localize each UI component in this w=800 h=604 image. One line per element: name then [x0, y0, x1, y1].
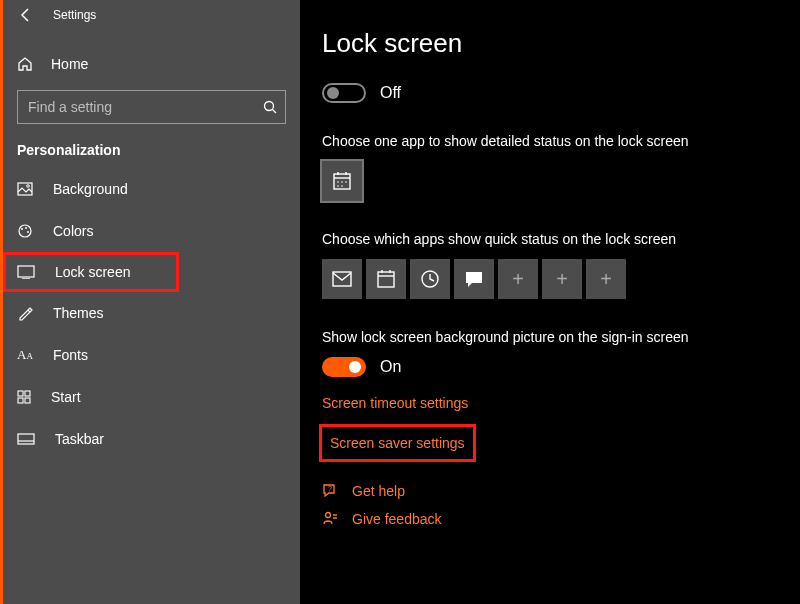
svg-rect-30	[378, 272, 394, 287]
search-input[interactable]: Find a setting	[17, 90, 286, 124]
svg-point-26	[345, 181, 347, 183]
quick-app-add-1[interactable]: +	[498, 259, 538, 299]
svg-point-28	[341, 185, 343, 187]
home-label: Home	[51, 56, 88, 72]
window-title: Settings	[53, 8, 96, 22]
quick-status-label: Choose which apps show quick status on t…	[322, 231, 800, 247]
calendar-icon	[332, 171, 352, 191]
quick-app-clock[interactable]	[410, 259, 450, 299]
accent-edge	[0, 0, 3, 604]
nav-label: Themes	[53, 305, 104, 321]
get-help-link[interactable]: ? Get help	[322, 483, 800, 499]
svg-point-36	[326, 513, 331, 518]
fonts-icon: AA	[17, 347, 33, 363]
taskbar-icon	[17, 433, 35, 445]
svg-point-24	[337, 181, 339, 183]
quick-app-add-2[interactable]: +	[542, 259, 582, 299]
nav-label: Taskbar	[55, 431, 104, 447]
category-header: Personalization	[3, 124, 300, 162]
toggle-1[interactable]	[322, 83, 366, 103]
page-title: Lock screen	[322, 28, 800, 59]
picture-icon	[17, 182, 33, 196]
quick-app-mail[interactable]	[322, 259, 362, 299]
svg-rect-14	[18, 434, 34, 444]
sidebar-item-fonts[interactable]: AA Fonts	[3, 334, 300, 376]
plus-icon: +	[512, 268, 524, 291]
svg-text:?: ?	[328, 485, 332, 492]
toggle-knob	[327, 87, 339, 99]
toggle-1-state: Off	[380, 84, 401, 102]
detailed-app-tile[interactable]	[322, 161, 362, 201]
detailed-status-label: Choose one app to show detailed status o…	[322, 133, 800, 149]
get-help-label: Get help	[352, 483, 405, 499]
palette-icon	[17, 223, 33, 239]
svg-point-5	[21, 228, 23, 230]
svg-rect-2	[18, 183, 32, 195]
svg-rect-11	[25, 391, 30, 396]
sidebar-item-colors[interactable]: Colors	[3, 210, 300, 252]
sidebar-item-start[interactable]: Start	[3, 376, 300, 418]
content-pane: Lock screen Off Choose one app to show d…	[300, 0, 800, 604]
nav-label: Lock screen	[55, 264, 130, 280]
link-screen-timeout[interactable]: Screen timeout settings	[322, 395, 800, 411]
sidebar-item-background[interactable]: Background	[3, 168, 300, 210]
svg-point-0	[265, 102, 274, 111]
feedback-icon	[322, 511, 338, 527]
svg-rect-12	[18, 398, 23, 403]
home-button[interactable]: Home	[3, 46, 300, 82]
give-feedback-link[interactable]: Give feedback	[322, 511, 800, 527]
svg-point-25	[341, 181, 343, 183]
svg-rect-10	[18, 391, 23, 396]
nav-label: Background	[53, 181, 128, 197]
nav-label: Colors	[53, 223, 93, 239]
help-icon: ?	[322, 483, 338, 499]
svg-point-6	[25, 227, 27, 229]
quick-app-calendar[interactable]	[366, 259, 406, 299]
lock-screen-icon	[17, 265, 35, 279]
link-screen-saver[interactable]: Screen saver settings	[322, 427, 473, 459]
svg-point-4	[19, 225, 31, 237]
themes-icon	[17, 305, 33, 321]
sidebar-item-themes[interactable]: Themes	[3, 292, 300, 334]
svg-rect-13	[25, 398, 30, 403]
toggle-knob	[349, 361, 361, 373]
sidebar-item-taskbar[interactable]: Taskbar	[3, 418, 300, 460]
svg-rect-8	[18, 266, 34, 277]
chat-icon	[464, 270, 484, 288]
start-icon	[17, 390, 31, 404]
svg-line-1	[273, 110, 277, 114]
svg-rect-29	[333, 272, 351, 286]
sidebar-item-lock-screen[interactable]: Lock screen	[3, 252, 179, 292]
nav-label: Start	[51, 389, 81, 405]
search-placeholder: Find a setting	[28, 99, 112, 115]
svg-point-7	[27, 231, 29, 233]
sidebar: Home Find a setting Personalization Back…	[3, 0, 300, 604]
search-icon	[263, 100, 277, 114]
svg-point-3	[27, 185, 30, 188]
svg-point-27	[337, 185, 339, 187]
nav-label: Fonts	[53, 347, 88, 363]
plus-icon: +	[556, 268, 568, 291]
nav-list: Background Colors Lock screen Themes AA …	[3, 168, 300, 460]
quick-app-add-3[interactable]: +	[586, 259, 626, 299]
toggle-signin-bg[interactable]	[322, 357, 366, 377]
back-button[interactable]	[3, 0, 49, 30]
toggle-2-state: On	[380, 358, 401, 376]
clock-icon	[420, 269, 440, 289]
bgpic-label: Show lock screen background picture on t…	[322, 329, 800, 345]
plus-icon: +	[600, 268, 612, 291]
give-feedback-label: Give feedback	[352, 511, 442, 527]
mail-icon	[332, 271, 352, 287]
home-icon	[17, 56, 33, 72]
quick-app-messaging[interactable]	[454, 259, 494, 299]
calendar-icon	[376, 269, 396, 289]
